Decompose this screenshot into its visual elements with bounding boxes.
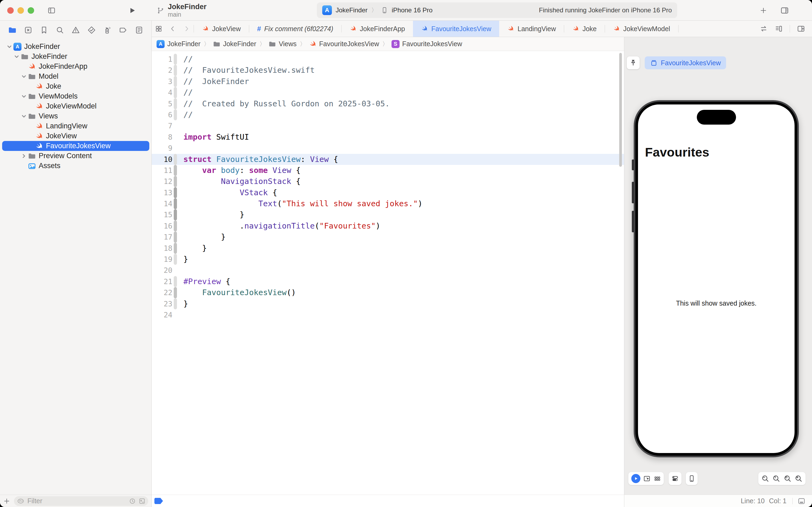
sidebar-item-jokeviewmodel[interactable]: JokeViewModel <box>0 101 152 111</box>
code-line-21[interactable]: 21#Preview { <box>152 276 624 287</box>
sidebar-item-assets[interactable]: Assets <box>0 161 152 171</box>
close-window-button[interactable] <box>7 7 14 14</box>
code-line-23[interactable]: 23} <box>152 298 624 309</box>
inspector-toggle-button[interactable] <box>778 5 791 15</box>
code-line-17[interactable]: 17 } <box>152 231 624 242</box>
zoom-fit-button[interactable] <box>784 474 792 483</box>
run-destination[interactable]: iPhone 16 Pro <box>392 6 432 14</box>
zoom-out-button[interactable] <box>761 474 769 483</box>
live-preview-button[interactable] <box>631 474 640 483</box>
tab-landingview[interactable]: LandingView <box>499 21 564 37</box>
device-picker-button[interactable] <box>686 472 698 485</box>
bookmarks-navigator-icon[interactable] <box>40 26 48 35</box>
tab-joke[interactable]: Joke <box>564 21 605 37</box>
editor-scrollbar[interactable] <box>619 53 622 167</box>
navigator-toggle-button[interactable] <box>46 6 57 15</box>
zoom-window-button[interactable] <box>27 7 34 14</box>
editor-options-icon[interactable] <box>775 25 783 33</box>
breadcrumb-item[interactable]: Views <box>269 40 296 48</box>
breadcrumb-item[interactable]: FavouriteJokesView <box>309 40 379 48</box>
issues-navigator-icon[interactable] <box>71 26 80 35</box>
sidebar-item-jokefinderapp[interactable]: JokeFinderApp <box>0 61 152 71</box>
disclosure-chevron-icon[interactable] <box>20 74 27 79</box>
add-editor-icon[interactable] <box>797 25 805 33</box>
tab-favouritejokesview[interactable]: FavouriteJokesView <box>413 21 499 37</box>
sidebar-item-views[interactable]: Views <box>0 111 152 121</box>
add-button[interactable] <box>758 6 769 15</box>
tab-jokeviewmodel[interactable]: JokeViewModel <box>605 21 678 37</box>
project-navigator-icon[interactable] <box>8 26 17 35</box>
breadcrumb-item[interactable]: JokeFinder <box>213 40 256 48</box>
preview-target-chip[interactable]: FavouriteJokesView <box>645 56 726 69</box>
code-line-6[interactable]: 6// <box>152 109 624 120</box>
variants-mode-button[interactable] <box>653 475 661 482</box>
breakpoint-tag-icon[interactable] <box>155 498 163 504</box>
sidebar-item-jokefinder[interactable]: JokeFinder <box>0 52 152 61</box>
sidebar-item-landingview[interactable]: LandingView <box>0 121 152 131</box>
code-line-3[interactable]: 3// JokeFinder <box>152 76 624 87</box>
tests-navigator-icon[interactable] <box>87 26 96 35</box>
tab-fix-comment-6f02274-[interactable]: #Fix comment (6f02274) <box>249 21 342 37</box>
code-line-7[interactable]: 7 <box>152 120 624 131</box>
disclosure-chevron-icon[interactable] <box>20 114 27 119</box>
reports-navigator-icon[interactable] <box>135 26 143 35</box>
recents-filter-icon[interactable] <box>129 498 136 505</box>
related-items-button[interactable] <box>152 21 166 37</box>
disclosure-chevron-icon[interactable] <box>6 44 13 49</box>
code-line-24[interactable]: 24 <box>152 309 624 320</box>
code-line-9[interactable]: 9 <box>152 143 624 154</box>
sidebar-item-preview-content[interactable]: Preview Content <box>0 151 152 161</box>
sidebar-item-jokefinder[interactable]: AJokeFinder <box>0 42 152 52</box>
zoom-in-button[interactable] <box>795 474 803 483</box>
editor-layout-icon[interactable] <box>798 497 806 505</box>
tab-jokeview[interactable]: JokeView <box>194 21 249 37</box>
code-line-1[interactable]: 1// <box>152 54 624 65</box>
disclosure-chevron-icon[interactable] <box>20 94 27 99</box>
jump-bar[interactable]: AJokeFinder〉JokeFinder〉Views〉FavouriteJo… <box>152 37 624 51</box>
go-forward-button[interactable] <box>180 21 193 37</box>
code-line-4[interactable]: 4// <box>152 87 624 98</box>
pin-preview-button[interactable] <box>627 56 640 69</box>
code-line-12[interactable]: 12 NavigationStack { <box>152 176 624 187</box>
code-line-11[interactable]: 11 var body: some View { <box>152 165 624 176</box>
code-line-5[interactable]: 5// Created by Russell Gordon on 2025-03… <box>152 98 624 109</box>
code-line-18[interactable]: 18 } <box>152 243 624 254</box>
code-line-2[interactable]: 2// FavouriteJokesView.swift <box>152 65 624 76</box>
code-line-20[interactable]: 20 <box>152 265 624 276</box>
disclosure-chevron-icon[interactable] <box>13 54 20 59</box>
debug-navigator-icon[interactable] <box>103 26 112 35</box>
code-line-19[interactable]: 19} <box>152 254 624 265</box>
go-back-button[interactable] <box>166 21 180 37</box>
add-file-button[interactable] <box>3 498 10 505</box>
code-line-22[interactable]: 22 FavouriteJokesView() <box>152 287 624 298</box>
sidebar-item-joke[interactable]: Joke <box>0 81 152 91</box>
code-line-16[interactable]: 16 .navigationTitle("Favourites") <box>152 220 624 231</box>
selectable-mode-button[interactable] <box>643 475 651 482</box>
breadcrumb-item[interactable]: SFavouriteJokesView <box>392 40 462 48</box>
swap-editors-icon[interactable] <box>760 25 768 33</box>
scheme-selector[interactable]: A JokeFinder 〉 iPhone 16 Pro Finished ru… <box>317 2 677 18</box>
code-line-14[interactable]: 14 Text("This will show saved jokes.") <box>152 198 624 209</box>
filter-field[interactable]: Filter <box>14 496 148 506</box>
scheme-name[interactable]: JokeFinder <box>336 6 367 14</box>
run-button[interactable] <box>127 6 137 15</box>
code-area[interactable]: 1//2// FavouriteJokesView.swift3// JokeF… <box>152 51 624 495</box>
code-line-10[interactable]: 10struct FavouriteJokesView: View { <box>152 154 624 165</box>
code-line-15[interactable]: 15 } <box>152 209 624 220</box>
breadcrumb-item[interactable]: AJokeFinder <box>157 40 200 48</box>
sidebar-item-favouritejokesview[interactable]: FavouriteJokesView <box>0 141 152 151</box>
minimize-window-button[interactable] <box>17 7 24 14</box>
sidebar-item-jokeview[interactable]: JokeView <box>0 131 152 141</box>
source-control-navigator-icon[interactable] <box>24 26 33 35</box>
find-navigator-icon[interactable] <box>56 26 64 35</box>
code-line-8[interactable]: 8import SwiftUI <box>152 131 624 143</box>
zoom-100-button[interactable] <box>772 474 780 483</box>
breakpoints-navigator-icon[interactable] <box>119 26 127 35</box>
source-control-filter-icon[interactable] <box>138 498 146 505</box>
tab-jokefinderapp[interactable]: JokeFinderApp <box>342 21 413 37</box>
disclosure-chevron-icon[interactable] <box>20 153 27 159</box>
device-screen[interactable]: Favourites This will show saved jokes. <box>638 105 795 453</box>
code-line-13[interactable]: 13 VStack { <box>152 187 624 198</box>
sidebar-item-model[interactable]: Model <box>0 71 152 81</box>
sidebar-item-viewmodels[interactable]: ViewModels <box>0 91 152 101</box>
